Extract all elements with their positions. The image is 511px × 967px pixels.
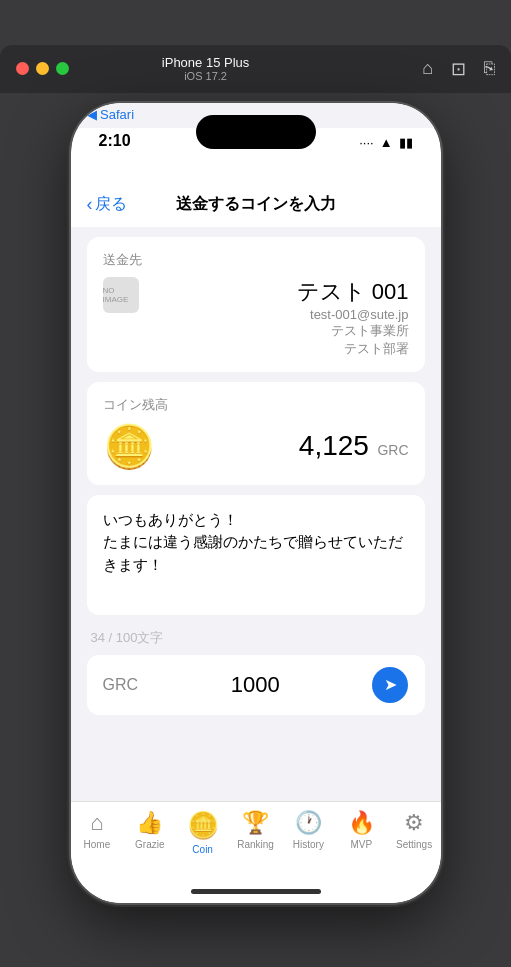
back-chevron-icon: ‹ xyxy=(87,194,93,215)
home-nav-label: Home xyxy=(84,839,111,850)
settings-nav-label: Settings xyxy=(396,839,432,850)
message-card[interactable]: いつもありがとう！ たまには違う感謝のかたちで贈らせていただきます！ xyxy=(87,495,425,615)
status-icons: ···· ▲ ▮▮ xyxy=(359,135,412,150)
phone-frame: 2:10 ···· ▲ ▮▮ ◀ Safari ‹ 戻る 送金するコインを入力 xyxy=(71,103,441,903)
home-indicator xyxy=(71,881,441,903)
mvp-nav-icon: 🔥 xyxy=(348,810,375,836)
coin-amount: 4,125 xyxy=(299,430,369,461)
bottom-nav: ⌂ Home 👍 Grazie 🪙 Coin 🏆 Ranking 🕐 xyxy=(71,801,441,881)
recipient-email: test-001@sute.jp xyxy=(103,307,409,322)
send-button[interactable]: ➤ xyxy=(372,667,408,703)
message-line1: いつもありがとう！ たまには違う感謝のかたちで贈らせていただきます！ xyxy=(103,509,409,577)
battery-icon: ▮▮ xyxy=(399,135,413,150)
history-nav-icon: 🕐 xyxy=(295,810,322,836)
mvp-nav-label: MVP xyxy=(350,839,372,850)
settings-nav-icon: ⚙ xyxy=(404,810,424,836)
recipient-avatar: NO IMAGE xyxy=(103,277,139,313)
coin-balance-label: コイン残高 xyxy=(103,396,409,414)
home-indicator-bar xyxy=(191,889,321,894)
ranking-nav-label: Ranking xyxy=(237,839,274,850)
send-amount: 1000 xyxy=(231,672,280,698)
history-nav-label: History xyxy=(293,839,324,850)
home-icon[interactable]: ⌂ xyxy=(422,58,433,79)
status-time: 2:10 xyxy=(99,132,131,150)
recipient-info: テスト 001 test-001@sute.jp テスト事業所 テスト部署 xyxy=(103,277,409,358)
nav-item-grazie[interactable]: 👍 Grazie xyxy=(123,810,176,850)
main-content: 送金先 NO IMAGE テスト 001 test-001@sute.jp テス… xyxy=(71,227,441,801)
back-label: 戻る xyxy=(95,194,127,215)
signal-icon: ···· xyxy=(359,135,373,150)
nav-item-ranking[interactable]: 🏆 Ranking xyxy=(229,810,282,850)
coin-balance-row: 🪙 4,125 GRC xyxy=(103,422,409,471)
share-icon[interactable]: ⎘ xyxy=(484,58,495,79)
dynamic-island xyxy=(196,115,316,149)
page-title: 送金するコインを入力 xyxy=(176,194,336,215)
recipient-org: テスト事業所 xyxy=(103,322,409,340)
send-currency: GRC xyxy=(103,676,139,694)
home-nav-icon: ⌂ xyxy=(90,810,103,836)
recipient-name: テスト 001 xyxy=(103,277,409,307)
send-icon: ➤ xyxy=(384,675,397,694)
recipient-card: 送金先 NO IMAGE テスト 001 test-001@sute.jp テス… xyxy=(87,237,425,372)
nav-item-coin[interactable]: 🪙 Coin xyxy=(176,810,229,855)
nav-bar: ‹ 戻る 送金するコインを入力 xyxy=(71,183,441,227)
grazie-nav-icon: 👍 xyxy=(136,810,163,836)
nav-item-settings[interactable]: ⚙ Settings xyxy=(388,810,441,850)
mac-subtitle: iOS 17.2 xyxy=(0,70,422,82)
mac-titlebar: iPhone 15 Plus iOS 17.2 ⌂ ⊡ ⎘ xyxy=(0,45,511,93)
coin-amount-block: 4,125 GRC xyxy=(299,430,409,462)
grazie-nav-label: Grazie xyxy=(135,839,164,850)
mac-title: iPhone 15 Plus iOS 17.2 xyxy=(0,55,422,82)
screenshot-icon[interactable]: ⊡ xyxy=(451,58,466,80)
coin-balance-card: コイン残高 🪙 4,125 GRC xyxy=(87,382,425,485)
char-count: 34 / 100文字 xyxy=(87,625,425,655)
send-row: GRC 1000 ➤ xyxy=(87,655,425,715)
coin-unit: GRC xyxy=(377,442,408,458)
app-wrapper: iPhone 15 Plus iOS 17.2 ⌂ ⊡ ⎘ 2:10 ···· … xyxy=(0,45,511,923)
coin-stack-icon: 🪙 xyxy=(103,422,155,471)
ranking-nav-icon: 🏆 xyxy=(242,810,269,836)
coin-nav-label: Coin xyxy=(192,844,213,855)
coin-nav-icon: 🪙 xyxy=(187,810,219,841)
nav-item-home[interactable]: ⌂ Home xyxy=(71,810,124,850)
nav-item-mvp[interactable]: 🔥 MVP xyxy=(335,810,388,850)
mac-toolbar-icons: ⌂ ⊡ ⎘ xyxy=(422,58,495,80)
recipient-label: 送金先 xyxy=(103,251,409,269)
recipient-dept: テスト部署 xyxy=(103,340,409,358)
wifi-icon: ▲ xyxy=(380,135,393,150)
back-button[interactable]: ‹ 戻る xyxy=(87,194,127,215)
nav-item-history[interactable]: 🕐 History xyxy=(282,810,335,850)
phone-screen: 2:10 ···· ▲ ▮▮ ◀ Safari ‹ 戻る 送金するコインを入力 xyxy=(71,103,441,903)
